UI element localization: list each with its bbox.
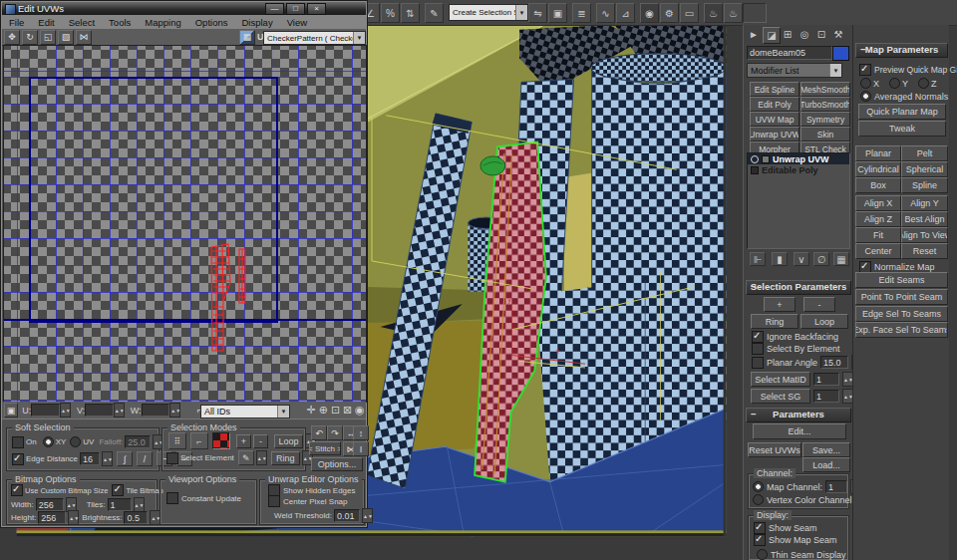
face-mode-icon[interactable] bbox=[212, 432, 230, 449]
zoom-to-gizmo-icon[interactable]: ◉ bbox=[354, 405, 366, 416]
rotate-ccw-90-icon[interactable]: ↶ bbox=[311, 425, 327, 440]
edge-distance-field[interactable]: 16 bbox=[80, 452, 100, 465]
modifier-list-dropdown[interactable]: Modifier List▼ bbox=[747, 63, 842, 78]
menu-file[interactable]: File bbox=[2, 17, 31, 28]
menu-view[interactable]: View bbox=[280, 17, 314, 28]
quick-planar-map-button[interactable]: Quick Planar Map bbox=[858, 104, 946, 120]
close-button[interactable]: × bbox=[307, 3, 326, 15]
uv-radio[interactable] bbox=[70, 436, 81, 447]
show-map-seam-checkbox[interactable] bbox=[754, 534, 766, 546]
pattern-dropdown[interactable]: CheckerPattern ( Checker ) ▼ bbox=[263, 31, 366, 45]
tab-modify-icon[interactable]: ◪ bbox=[763, 27, 781, 44]
dropdown-arrow-icon[interactable]: ▼ bbox=[515, 5, 527, 20]
menu-select[interactable]: Select bbox=[62, 17, 102, 28]
named-selection-sets-icon[interactable]: ✎ bbox=[425, 3, 444, 23]
freeform-tool-icon[interactable]: ▧ bbox=[58, 30, 74, 45]
falloff-field[interactable]: 25.0 bbox=[125, 435, 151, 448]
modifier-toggle-icon[interactable] bbox=[762, 155, 770, 163]
make-unique-icon[interactable]: ∨ bbox=[794, 252, 809, 266]
dropdown-arrow-icon[interactable]: ▼ bbox=[829, 64, 841, 77]
stack-item-editable-poly[interactable]: Editable Poly bbox=[748, 164, 849, 175]
parameters-rollout[interactable]: Parameters bbox=[746, 408, 851, 422]
modifier-button-uvw-map[interactable]: UVW Map bbox=[750, 112, 799, 127]
load-uvws-button[interactable]: Load... bbox=[802, 457, 850, 472]
paint-size-spinner[interactable]: ▲▼ bbox=[256, 450, 267, 465]
map-channel-radio[interactable] bbox=[753, 481, 764, 492]
grow-selection-button[interactable]: + bbox=[764, 297, 796, 312]
select-matid-button[interactable]: Select MatID bbox=[751, 372, 810, 387]
move-tool-icon[interactable]: ✥ bbox=[4, 30, 20, 45]
shrink-selection-button[interactable]: - bbox=[803, 297, 835, 312]
schematic-view-icon[interactable]: ⊿ bbox=[616, 3, 635, 23]
edge-sel-to-seams-button[interactable]: Edge Sel To Seams bbox=[855, 306, 948, 322]
fit-button[interactable]: Fit bbox=[855, 227, 901, 243]
spinner-snap-icon[interactable]: ⇅ bbox=[401, 3, 420, 23]
soft-selection-on-checkbox[interactable] bbox=[12, 436, 24, 448]
paint-select-icon[interactable]: ✎ bbox=[238, 450, 254, 465]
align-to-view-button[interactable]: Align To View bbox=[901, 227, 948, 243]
axis-y-radio[interactable] bbox=[889, 78, 900, 89]
material-editor-icon[interactable]: ◉ bbox=[640, 3, 659, 23]
lightbulb-icon[interactable] bbox=[751, 155, 759, 163]
v-coordinate-field[interactable] bbox=[85, 404, 114, 417]
map-parameters-rollout[interactable]: Map Parameters bbox=[855, 43, 948, 58]
falloff-smooth-curve-icon[interactable]: ∫ bbox=[117, 451, 133, 466]
align-x-button[interactable]: Align X bbox=[855, 195, 901, 211]
matid-field[interactable]: 1 bbox=[813, 373, 839, 386]
averaged-normals-radio[interactable] bbox=[860, 91, 871, 102]
tab-utilities-icon[interactable]: ⚒ bbox=[830, 27, 846, 42]
tab-create-icon[interactable]: ► bbox=[746, 27, 762, 42]
scale-tool-icon[interactable]: ◱ bbox=[40, 30, 56, 45]
modifier-button-edit-spline[interactable]: Edit Spline bbox=[750, 82, 799, 97]
weld-threshold-spinner[interactable]: ▲▼ bbox=[362, 508, 373, 523]
dropdown-arrow-icon[interactable]: ▼ bbox=[353, 32, 365, 44]
falloff-linear-curve-icon[interactable]: / bbox=[137, 451, 153, 466]
v-spinner[interactable]: ▲▼ bbox=[114, 403, 125, 418]
cylindrical-button[interactable]: Cylindrical bbox=[855, 161, 901, 177]
u-spinner[interactable]: ▲▼ bbox=[60, 403, 71, 418]
save-uvws-button[interactable]: Save... bbox=[802, 442, 850, 457]
tab-display-icon[interactable]: ⊡ bbox=[813, 27, 829, 42]
pelt-button[interactable]: Pelt bbox=[901, 145, 948, 161]
rendered-frame-icon[interactable]: ▭ bbox=[680, 3, 699, 23]
show-map-icon[interactable]: ▦ bbox=[239, 30, 255, 45]
loop-button[interactable]: Loop bbox=[800, 314, 848, 329]
tweak-button[interactable]: Tweak bbox=[858, 121, 946, 137]
rotate-cw-90-icon[interactable]: ↷ bbox=[327, 425, 343, 440]
height-spinner[interactable]: ▲▼ bbox=[68, 510, 79, 525]
best-align-button[interactable]: Best Align bbox=[901, 211, 948, 227]
render-production-icon[interactable]: ♨ bbox=[704, 3, 723, 23]
tab-hierarchy-icon[interactable]: ⊞ bbox=[780, 27, 796, 42]
uv-islands[interactable] bbox=[4, 46, 366, 402]
exp-face-sel-to-seams-button[interactable]: Exp. Face Sel To Seams bbox=[855, 322, 948, 338]
planar-angle-checkbox[interactable] bbox=[752, 357, 764, 369]
percent-snap-icon[interactable]: % bbox=[381, 3, 400, 23]
vertex-mode-icon[interactable]: ⠿ bbox=[168, 432, 186, 449]
remove-modifier-icon[interactable]: ∅ bbox=[813, 252, 829, 266]
sg-field[interactable]: 1 bbox=[813, 390, 839, 403]
selection-set-dropdown[interactable]: Create Selection Se▼ bbox=[449, 4, 528, 21]
menu-mapping[interactable]: Mapping bbox=[138, 17, 187, 28]
object-color-swatch[interactable] bbox=[832, 46, 849, 61]
stitch-button[interactable]: < Stitch > bbox=[309, 441, 341, 455]
menu-edit[interactable]: Edit bbox=[31, 17, 61, 28]
constant-update-checkbox[interactable] bbox=[166, 492, 178, 504]
modifier-button-edit-poly[interactable]: Edit Poly bbox=[750, 97, 799, 112]
align-vertical-icon[interactable]: I bbox=[353, 441, 369, 456]
configure-modifier-sets-icon[interactable]: ▦ bbox=[833, 252, 849, 266]
map-channel-field[interactable]: 1 bbox=[825, 480, 847, 493]
align-icon[interactable]: ▣ bbox=[548, 3, 567, 23]
modifier-button-skin[interactable]: Skin bbox=[800, 127, 850, 141]
show-end-result-icon[interactable]: ▮ bbox=[772, 252, 788, 266]
weld-threshold-field[interactable]: 0.01 bbox=[334, 509, 360, 522]
u-coordinate-field[interactable] bbox=[31, 404, 60, 417]
planar-angle-field[interactable]: 15.0 bbox=[820, 356, 848, 369]
maximize-button[interactable]: □ bbox=[286, 3, 305, 15]
object-name-field[interactable]: domeBeam05 bbox=[747, 46, 832, 60]
layer-manager-icon[interactable]: ≣ bbox=[572, 3, 591, 23]
spherical-button[interactable]: Spherical bbox=[901, 161, 948, 177]
thin-seam-display-radio[interactable] bbox=[757, 549, 768, 560]
modifier-button-turbosmooth[interactable]: TurboSmooth bbox=[800, 97, 850, 112]
menu-tools[interactable]: Tools bbox=[102, 17, 138, 28]
modifier-button-unwrap-uvw[interactable]: Unwrap UVW bbox=[750, 127, 799, 141]
